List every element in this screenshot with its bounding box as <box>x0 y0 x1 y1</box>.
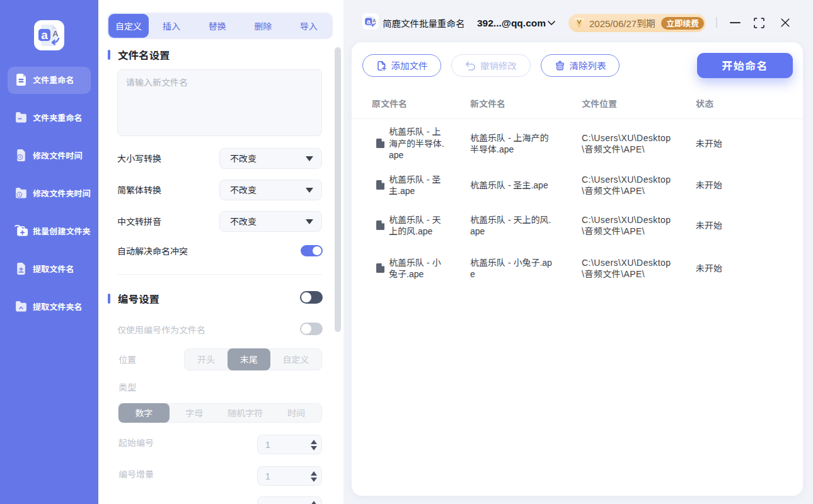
svg-text:a: a <box>41 28 48 42</box>
svg-text:a: a <box>367 18 371 25</box>
svg-text:A: A <box>52 29 59 38</box>
svg-text:A: A <box>372 18 376 23</box>
